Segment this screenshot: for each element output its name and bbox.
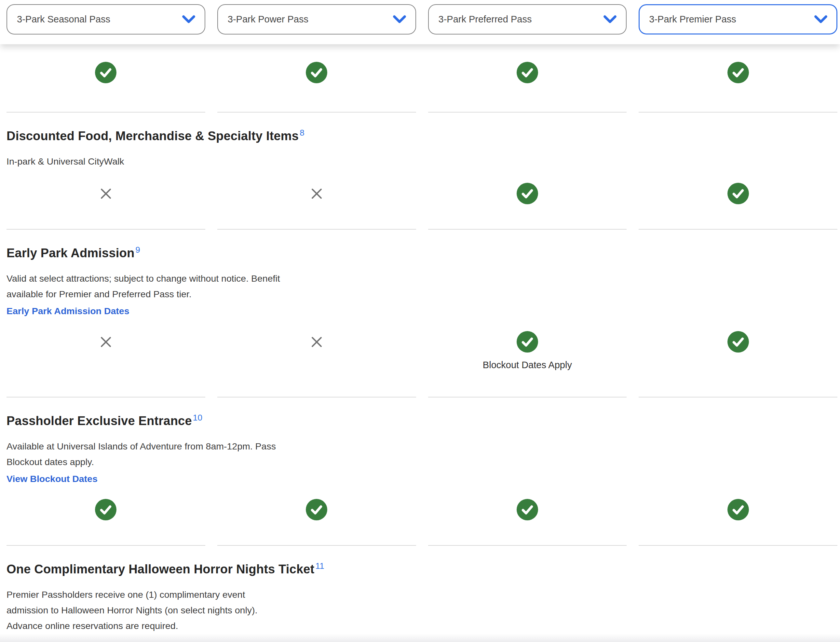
benefit-cell-seasonal bbox=[6, 169, 205, 230]
benefit-cell-power bbox=[217, 485, 416, 546]
check-circle-icon bbox=[95, 62, 117, 83]
check-circle-icon bbox=[727, 331, 749, 353]
check-circle-icon bbox=[306, 499, 327, 520]
cross-icon bbox=[100, 331, 112, 353]
pass-select-preferred[interactable]: 3-Park Preferred Pass bbox=[428, 4, 627, 34]
benefit-row-discounted-food bbox=[0, 169, 840, 230]
check-circle-icon bbox=[517, 62, 538, 83]
benefit-cell-preferred: Blockout Dates Apply bbox=[428, 318, 627, 397]
feature-title: Discounted Food, Merchandise & Specialty… bbox=[6, 128, 834, 144]
benefit-cell-power bbox=[217, 318, 416, 397]
benefit-section-hhn-ticket: One Complimentary Halloween Horror Night… bbox=[0, 561, 840, 634]
pass-select-label: 3-Park Preferred Pass bbox=[439, 14, 603, 25]
pass-selector-header: 3-Park Seasonal Pass 3-Park Power Pass 3… bbox=[0, 0, 840, 44]
benefit-section-passholder-exclusive-entrance: Passholder Exclusive Entrance10 Availabl… bbox=[0, 413, 840, 546]
benefit-cell-premier bbox=[639, 44, 837, 112]
cross-icon bbox=[311, 331, 323, 353]
feature-description: Valid at select attractions; subject to … bbox=[6, 271, 834, 286]
check-circle-icon bbox=[95, 499, 117, 520]
feature-description: Available at Universal Islands of Advent… bbox=[6, 438, 834, 454]
benefit-cell-power bbox=[217, 44, 416, 112]
feature-title-text: Discounted Food, Merchandise & Specialty… bbox=[6, 129, 298, 143]
feature-title-text: Passholder Exclusive Entrance bbox=[6, 414, 192, 428]
pass-select-label: 3-Park Premier Pass bbox=[649, 14, 814, 25]
benefit-cell-premier bbox=[639, 169, 837, 230]
benefit-cell-preferred bbox=[428, 169, 627, 230]
pass-select-label: 3-Park Power Pass bbox=[228, 14, 392, 25]
feature-title: Early Park Admission9 bbox=[6, 245, 834, 261]
footnote-link[interactable]: 10 bbox=[193, 413, 202, 423]
check-circle-icon bbox=[517, 499, 538, 520]
benefit-section-discounted-food: Discounted Food, Merchandise & Specialty… bbox=[0, 128, 840, 230]
early-park-admission-dates-link[interactable]: Early Park Admission Dates bbox=[6, 305, 130, 318]
benefit-cell-power bbox=[217, 169, 416, 230]
pass-select-seasonal[interactable]: 3-Park Seasonal Pass bbox=[6, 4, 205, 34]
feature-description: admission to Halloween Horror Nights (on… bbox=[6, 602, 834, 618]
feature-description: Premier Passholders receive one (1) comp… bbox=[6, 587, 834, 602]
pass-comparison-page: 3-Park Seasonal Pass 3-Park Power Pass 3… bbox=[0, 0, 840, 642]
check-circle-icon bbox=[306, 62, 327, 83]
check-circle-icon bbox=[727, 499, 749, 520]
benefit-row-partial bbox=[0, 44, 840, 112]
cross-icon bbox=[100, 183, 112, 204]
feature-description: Blockout dates apply. bbox=[6, 454, 834, 470]
footnote-link[interactable]: 9 bbox=[135, 245, 140, 255]
benefit-cell-preferred bbox=[428, 44, 627, 112]
footnote-link[interactable]: 8 bbox=[300, 128, 305, 138]
feature-description: Advance online reservations are required… bbox=[6, 618, 834, 634]
view-blockout-dates-link[interactable]: View Blockout Dates bbox=[6, 472, 97, 485]
pass-select-label: 3-Park Seasonal Pass bbox=[17, 14, 182, 25]
chevron-down-icon bbox=[814, 15, 828, 23]
benefit-cell-seasonal bbox=[6, 485, 205, 546]
footnote-link[interactable]: 11 bbox=[315, 561, 324, 571]
benefit-row-early-park-admission: Blockout Dates Apply bbox=[0, 318, 840, 397]
benefit-cell-premier bbox=[639, 318, 837, 397]
feature-title: Passholder Exclusive Entrance10 bbox=[6, 413, 834, 429]
benefit-cell-premier bbox=[639, 485, 837, 546]
chevron-down-icon bbox=[392, 15, 406, 23]
feature-description: In-park & Universal CityWalk bbox=[6, 154, 834, 169]
feature-title-text: One Complimentary Halloween Horror Night… bbox=[6, 562, 314, 576]
benefits-comparison-table: Discounted Food, Merchandise & Specialty… bbox=[0, 44, 840, 634]
check-circle-icon bbox=[517, 331, 538, 353]
benefit-cell-seasonal bbox=[6, 318, 205, 397]
indicator-caption: Blockout Dates Apply bbox=[483, 358, 572, 372]
check-circle-icon bbox=[517, 183, 538, 204]
feature-description: available for Premier and Preferred Pass… bbox=[6, 286, 834, 302]
chevron-down-icon bbox=[603, 15, 617, 23]
benefit-cell-preferred bbox=[428, 485, 627, 546]
check-circle-icon bbox=[727, 62, 749, 83]
check-circle-icon bbox=[727, 183, 749, 204]
feature-title-text: Early Park Admission bbox=[6, 246, 135, 260]
chevron-down-icon bbox=[182, 15, 196, 23]
bottom-scroll-fade bbox=[0, 634, 840, 642]
feature-title: One Complimentary Halloween Horror Night… bbox=[6, 561, 834, 577]
benefit-cell-seasonal bbox=[6, 44, 205, 112]
pass-select-power[interactable]: 3-Park Power Pass bbox=[217, 4, 416, 34]
pass-select-premier[interactable]: 3-Park Premier Pass bbox=[639, 4, 837, 34]
benefit-section-early-park-admission: Early Park Admission9 Valid at select at… bbox=[0, 245, 840, 397]
benefit-row-passholder-exclusive-entrance bbox=[0, 485, 840, 546]
cross-icon bbox=[311, 183, 323, 204]
